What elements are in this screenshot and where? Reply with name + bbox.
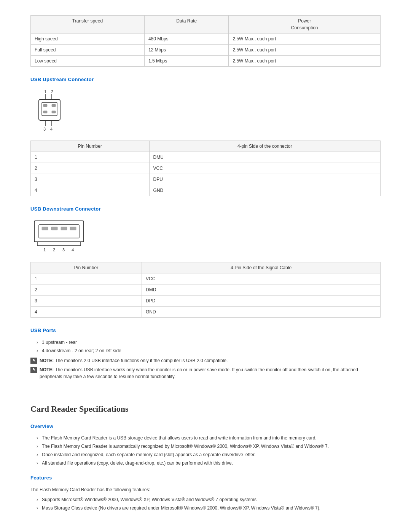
table-row: Low speed1.5 Mbps2.5W Max., each port [31,56,381,67]
svg-rect-20 [70,227,76,230]
usb-ports-list: 1 upstream - rear4 downstream - 2 on rea… [30,339,381,354]
features-list: Supports Microsoft® Windows® 2000, Windo… [30,496,381,511]
downstream-connector-heading: USB Downstream Connector [30,205,381,213]
svg-text:4: 4 [50,127,53,131]
upstream-connector-heading: USB Upstream Connector [30,76,381,83]
list-item: All standard file operations (copy, dele… [37,460,381,466]
svg-text:3: 3 [43,127,46,131]
table-row: 3DPD [31,296,381,307]
col-header-power: Power Consumption [229,16,381,34]
svg-text:4: 4 [72,248,74,252]
svg-rect-6 [43,104,47,107]
table-row: 4GND [31,307,381,318]
list-item: Mass Storage Class device (No drivers ar… [37,505,381,511]
svg-text:2: 2 [51,89,53,94]
list-item: 1 upstream - rear [37,339,381,346]
downstream-diagram: 1 2 3 4 [30,217,381,259]
svg-rect-14 [34,221,84,242]
table-row: 1VCC [31,273,381,284]
svg-text:1: 1 [44,89,46,94]
upstream-connector-svg: 1 2 3 4 [30,88,72,137]
section-divider [30,391,381,391]
table-row: 3DPU [31,174,381,185]
downstream-pin-table: Pin Number 4-Pin Side of the Signal Cabl… [30,262,381,318]
downstream-col-side: 4-Pin Side of the Signal Cable [142,262,381,273]
note2-icon: ✎ [30,367,37,373]
note2-block: ✎ NOTE: The monitor's USB interface work… [30,366,381,380]
col-header-transfer: Transfer speed [31,16,145,34]
note1-icon: ✎ [30,358,37,364]
list-item: Supports Microsoft® Windows® 2000, Windo… [37,496,381,503]
svg-rect-15 [37,242,81,246]
svg-rect-16 [39,225,79,238]
svg-rect-9 [52,111,56,113]
table-row: 4GND [31,185,381,196]
table-row: 2VCC [31,163,381,174]
svg-rect-18 [51,227,57,230]
svg-rect-8 [43,111,47,113]
downstream-col-pin: Pin Number [31,262,142,273]
table-row: Full speed12 Mbps2.5W Max., each port [31,45,381,56]
overview-heading: Overview [30,423,381,430]
upstream-diagram: 1 2 3 4 [30,88,381,137]
svg-text:3: 3 [62,248,65,252]
col-header-datarate: Data Rate [144,16,228,34]
table-row: 2DMD [31,284,381,296]
upstream-pin-table: Pin Number 4-pin Side of the connector 1… [30,141,381,196]
svg-rect-7 [52,104,56,107]
features-intro: The Flash Memory Card Reader has the fol… [30,486,381,493]
list-item: 4 downstream - 2 on rear; 2 on left side [37,347,381,354]
list-item: The Flash Memory Card Reader is a USB st… [37,435,381,441]
svg-text:2: 2 [53,248,55,252]
usb-speed-table: Transfer speed Data Rate Power Consumpti… [30,15,381,67]
features-heading: Features [30,474,381,482]
table-row: High speed480 Mbps2.5W Max., each port [31,34,381,45]
note1-block: ✎ NOTE: The monitor's 2.0 USB interface … [30,357,381,364]
overview-list: The Flash Memory Card Reader is a USB st… [30,435,381,466]
svg-rect-17 [42,227,48,230]
list-item: The Flash Memory Card Reader is automati… [37,443,381,450]
note1-text: NOTE: The monitor's 2.0 USB interface fu… [40,357,228,364]
svg-text:1: 1 [43,248,46,252]
svg-rect-19 [61,227,67,230]
list-item: Once installed and recognized, each sepa… [37,451,381,458]
note2-text: NOTE: The monitor's USB interface works … [40,366,381,380]
table-row: 1DMU [31,152,381,163]
downstream-connector-svg: 1 2 3 4 [30,217,91,259]
upstream-col-pin: Pin Number [31,141,150,152]
upstream-col-side: 4-pin Side of the connector [149,141,380,152]
usb-ports-heading: USB Ports [30,327,381,334]
card-reader-heading: Card Reader Specifications [30,403,381,415]
